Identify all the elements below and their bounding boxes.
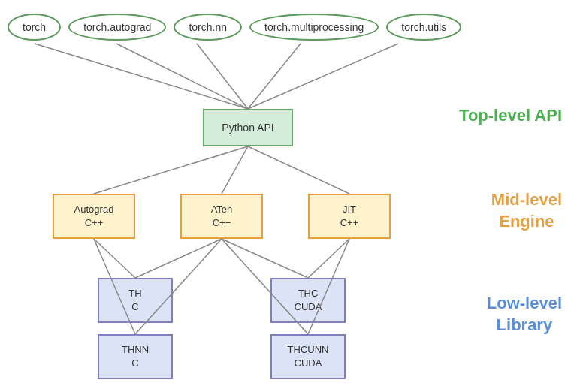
svg-line-5 xyxy=(94,146,248,194)
ellipse-multiprocessing: torch.multiprocessing xyxy=(249,14,379,41)
svg-line-1 xyxy=(116,44,248,109)
python-api-label: Python API xyxy=(222,122,273,134)
svg-line-3 xyxy=(248,44,301,109)
thnn-label: THNNC xyxy=(122,343,149,370)
svg-line-8 xyxy=(94,239,135,278)
thcunn-box: THCUNNCUDA xyxy=(270,334,346,379)
ellipse-nn-label: torch.nn xyxy=(189,21,227,33)
thc-box: THCCUDA xyxy=(270,278,346,323)
ellipse-utils: torch.utils xyxy=(386,14,461,41)
low-level-title: Low-levelLibrary xyxy=(487,294,562,334)
ellipse-utils-label: torch.utils xyxy=(401,21,446,33)
ellipse-nn: torch.nn xyxy=(174,14,242,41)
thcunn-label: THCUNNCUDA xyxy=(288,343,329,370)
th-label: THC xyxy=(128,287,141,314)
svg-line-2 xyxy=(197,44,248,109)
jit-box: JITC++ xyxy=(308,194,391,239)
autograd-box: AutogradC++ xyxy=(53,194,135,239)
python-api-box: Python API xyxy=(203,109,293,146)
svg-line-10 xyxy=(135,239,222,278)
top-level-label: Top-level API xyxy=(459,105,562,127)
svg-line-11 xyxy=(222,239,308,278)
svg-line-6 xyxy=(222,146,248,194)
svg-line-7 xyxy=(248,146,349,194)
top-level-title: Top-level API xyxy=(459,106,562,125)
mid-level-label: Mid-levelEngine xyxy=(491,189,562,232)
ellipse-autograd-label: torch.autograd xyxy=(83,21,151,33)
ellipse-torch: torch xyxy=(8,14,61,41)
aten-box: ATenC++ xyxy=(180,194,263,239)
aten-label: ATenC++ xyxy=(211,203,233,230)
low-level-label: Low-levelLibrary xyxy=(487,293,562,336)
ellipses-row: torch torch.autograd torch.nn torch.mult… xyxy=(8,14,461,41)
ellipse-multiprocessing-label: torch.multiprocessing xyxy=(264,21,364,33)
diagram-container: torch torch.autograd torch.nn torch.mult… xyxy=(0,0,577,392)
thc-label: THCCUDA xyxy=(295,287,322,314)
ellipse-torch-label: torch xyxy=(23,21,46,33)
svg-line-14 xyxy=(308,239,349,278)
ellipse-autograd: torch.autograd xyxy=(68,14,166,41)
thnn-box: THNNC xyxy=(98,334,173,379)
jit-label: JITC++ xyxy=(340,203,359,230)
svg-line-4 xyxy=(248,44,398,109)
th-box: THC xyxy=(98,278,173,323)
autograd-label: AutogradC++ xyxy=(74,203,114,230)
mid-level-title: Mid-levelEngine xyxy=(491,190,562,231)
svg-line-0 xyxy=(35,44,248,109)
